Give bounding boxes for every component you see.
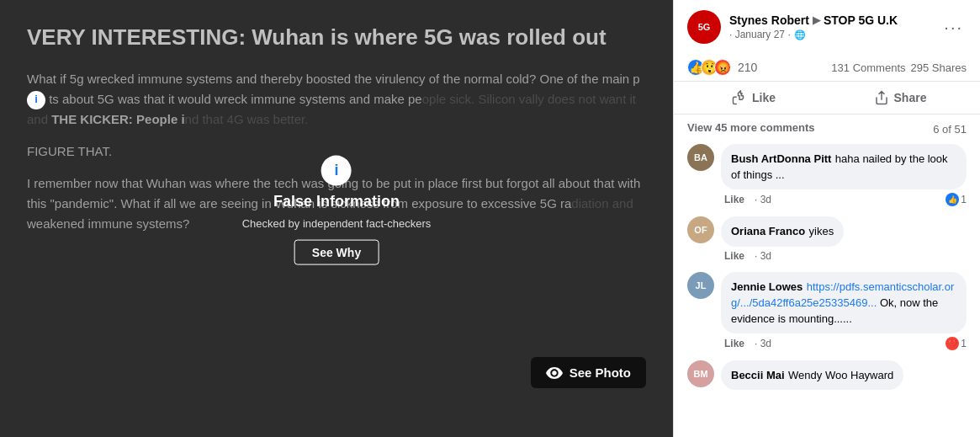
info-icon-inline: i <box>27 91 45 109</box>
comment-text: yikes <box>809 225 834 237</box>
mini-count: 1 <box>961 194 967 205</box>
like-button[interactable]: Like <box>681 83 827 112</box>
avatar: BM <box>687 360 714 387</box>
post-date: · January 27 · <box>729 29 791 40</box>
comment-bubble: Jennie Lowes https://pdfs.semanticschola… <box>721 272 967 334</box>
arrow-right-icon: ▶ <box>813 14 820 26</box>
avatar: JL <box>687 272 714 299</box>
post-header-info: Stynes Robert ▶ STOP 5G U.K · January 27… <box>729 13 932 40</box>
comment-author2: Donna Pitt <box>776 152 831 165</box>
comment-like-btn[interactable]: Like <box>724 338 744 349</box>
false-info-icon: i <box>321 155 352 185</box>
kicker-text: THE KICKER: People i <box>51 112 184 126</box>
comment-like-btn[interactable]: Like <box>724 250 744 262</box>
group-name[interactable]: STOP 5G U.K <box>824 13 898 27</box>
share-button[interactable]: Share <box>827 83 973 112</box>
comments-pagination: 6 of 51 <box>933 123 967 136</box>
comment-text: Wendy Woo Hayward <box>788 369 893 381</box>
comment-author: Jennie Lowes <box>731 280 803 293</box>
comment-like-btn[interactable]: Like <box>724 194 744 205</box>
comment-time: · 3d <box>755 194 771 205</box>
reactions-bar: 👍 😲 😡 210 131 Comments 295 Shares <box>674 54 980 82</box>
comment-item: JL Jennie Lowes https://pdfs.semanticsch… <box>687 272 967 351</box>
eye-icon <box>546 367 563 379</box>
false-info-title: False Information <box>273 192 400 210</box>
false-info-subtitle: Checked by independent fact-checkers <box>242 216 432 229</box>
comment-body: Jennie Lowes https://pdfs.semanticschola… <box>721 272 967 351</box>
avatar: BA <box>687 144 714 171</box>
comment-body: Beccii Mai Wendy Woo Hayward <box>721 360 967 390</box>
comment-bubble: Bush ArtDonna Pitt haha nailed by the lo… <box>721 144 967 189</box>
post-header: 5G Stynes Robert ▶ STOP 5G U.K · January… <box>674 0 980 54</box>
reactions-left: 👍 😲 😡 210 <box>687 59 757 76</box>
comment-bubble: Oriana Franco yikes <box>721 216 844 246</box>
comments-section: View 45 more comments 6 of 51 BA Bush Ar… <box>674 115 980 437</box>
reaction-count: 210 <box>738 61 757 74</box>
see-photo-label: See Photo <box>569 365 631 380</box>
comment-item: BM Beccii Mai Wendy Woo Hayward <box>687 360 967 390</box>
share-label: Share <box>894 91 927 104</box>
mini-count: 1 <box>961 338 967 349</box>
post-author-line: Stynes Robert ▶ STOP 5G U.K <box>729 13 932 27</box>
see-photo-button[interactable]: See Photo <box>531 357 646 388</box>
reaction-emojis: 👍 😲 😡 <box>687 59 731 76</box>
comment-body: Oriana Franco yikes Like · 3d <box>721 216 967 261</box>
right-panel: 5G Stynes Robert ▶ STOP 5G U.K · January… <box>673 0 980 437</box>
comment-author: Bush Art <box>731 152 776 165</box>
comment-reaction-count: 👍 1 <box>946 193 967 206</box>
see-why-button[interactable]: See Why <box>294 239 379 264</box>
comment-actions: Like · 3d ❤️ 1 <box>721 337 967 350</box>
post-content-panel: VERY INTERESTING: Wuhan is where 5G was … <box>0 0 673 437</box>
comment-body: Bush ArtDonna Pitt haha nailed by the lo… <box>721 144 967 206</box>
mini-like-reaction: 👍 <box>946 193 959 206</box>
post-title: VERY INTERESTING: Wuhan is where 5G was … <box>27 24 646 52</box>
angry-reaction: 😡 <box>714 59 731 76</box>
post-meta: · January 27 · 🌐 <box>729 29 932 40</box>
comment-author: Oriana Franco <box>731 225 805 237</box>
avatar-label: 5G <box>698 22 711 32</box>
comment-time: · 3d <box>755 250 771 262</box>
action-buttons: Like Share <box>674 82 980 115</box>
shares-count[interactable]: 295 Shares <box>911 61 967 74</box>
comment-bubble: Beccii Mai Wendy Woo Hayward <box>721 360 903 390</box>
post-paragraph-1: What if 5g wrecked immune systems and th… <box>27 69 646 130</box>
comment-time: · 3d <box>755 338 771 349</box>
like-icon <box>732 90 747 105</box>
page-avatar: 5G <box>687 10 721 44</box>
false-info-overlay: i False Information Checked by independe… <box>242 155 432 264</box>
share-icon <box>874 90 889 105</box>
mini-love-reaction: ❤️ <box>946 337 959 350</box>
comment-reaction-count: ❤️ 1 <box>946 337 967 350</box>
reactions-right: 131 Comments 295 Shares <box>831 61 967 74</box>
comment-item: OF Oriana Franco yikes Like · 3d <box>687 216 967 261</box>
comment-actions: Like · 3d <box>721 250 967 262</box>
author-name: Stynes Robert <box>729 13 809 27</box>
comment-item: BA Bush ArtDonna Pitt haha nailed by the… <box>687 144 967 206</box>
avatar: OF <box>687 216 714 243</box>
like-label: Like <box>752 91 776 104</box>
comments-count[interactable]: 131 Comments <box>831 61 905 74</box>
globe-icon: 🌐 <box>794 29 806 40</box>
comment-author: Beccii Mai <box>731 369 785 381</box>
more-options-button[interactable]: ··· <box>940 14 967 40</box>
comment-actions: Like · 3d 👍 1 <box>721 193 967 206</box>
view-more-comments[interactable]: View 45 more comments <box>687 121 815 134</box>
